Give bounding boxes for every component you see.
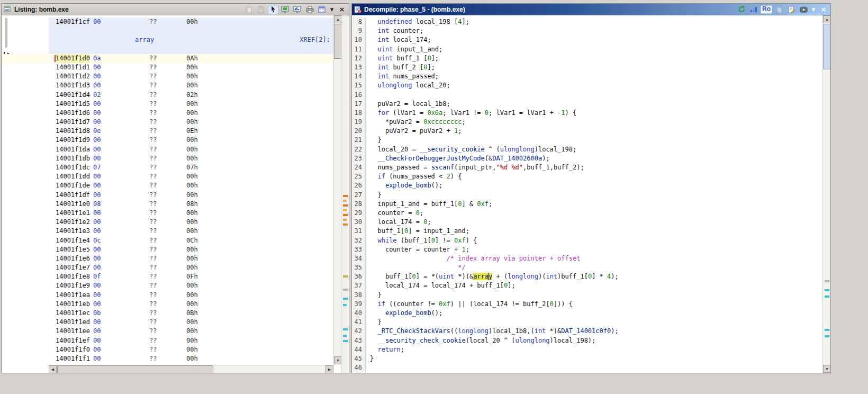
- listing-byte[interactable]: 00: [93, 118, 101, 127]
- listing-address[interactable]: 14001f1e2: [56, 218, 90, 227]
- scroll-down-icon[interactable]: ▼: [334, 356, 342, 364]
- code-token[interactable]: [370, 100, 377, 108]
- code-token[interactable]: counter: [423, 246, 450, 253]
- listing-byte[interactable]: 00: [93, 354, 101, 363]
- listing-address[interactable]: 14001f1e1: [56, 209, 90, 218]
- code-token[interactable]: local_20: [377, 146, 408, 153]
- code-line[interactable]: 41 }: [352, 318, 822, 327]
- code-token[interactable]: [370, 155, 377, 162]
- code-token[interactable]: ] &: [462, 200, 477, 208]
- code-token[interactable]: ;: [466, 227, 469, 235]
- code-token[interactable]: 0: [412, 273, 416, 280]
- listing-row[interactable]: 14001f1e700??00h: [2, 263, 333, 272]
- code-token[interactable]: [370, 246, 385, 253]
- code-line[interactable]: 8 undefined local_198 [4];: [352, 17, 822, 26]
- listing-byte[interactable]: 00: [93, 254, 101, 263]
- code-token[interactable]: buff_1: [431, 200, 454, 208]
- code-token[interactable]: [370, 55, 377, 62]
- code-line[interactable]: 15 ulonglong local_20;: [352, 81, 822, 90]
- bookmark-marker[interactable]: [343, 298, 348, 300]
- code-token[interactable]: ^ (: [500, 337, 516, 344]
- listing-row[interactable]: 14001f1d900??00h: [2, 136, 333, 145]
- code-token[interactable]: [370, 146, 377, 153]
- listing-row[interactable]: 14001f1e200??00h: [2, 218, 333, 227]
- listing-row[interactable]: 14001f1d700??00h: [2, 118, 333, 127]
- listing-spacer-row[interactable]: [2, 26, 333, 35]
- code-token[interactable]: DAT_14001c0f0: [561, 327, 611, 335]
- code-token[interactable]: [370, 255, 447, 262]
- code-token[interactable]: ) {: [565, 109, 577, 117]
- code-token[interactable]: counter: [397, 300, 424, 308]
- cursor-arrow-icon[interactable]: [268, 5, 278, 14]
- code-token[interactable]: ;: [435, 73, 439, 80]
- code-token[interactable]: [: [450, 18, 458, 25]
- code-token[interactable]: counter: [377, 209, 404, 217]
- listing-undefined[interactable]: ??: [149, 318, 157, 327]
- listing-value[interactable]: 00h: [186, 181, 198, 190]
- listing-byte[interactable]: 00: [93, 336, 101, 345]
- code-token[interactable]: [370, 309, 385, 317]
- listing-value[interactable]: 00h: [186, 118, 198, 127]
- listing-row[interactable]: 14001f1e500??00h: [2, 245, 333, 254]
- code-token[interactable]: [370, 300, 377, 308]
- code-token[interactable]: ;: [489, 200, 492, 208]
- listing-row[interactable]: 14001f1ed00??00h: [2, 318, 333, 327]
- code-token[interactable]: ] = *(: [416, 273, 439, 280]
- code-token[interactable]: /* index array via pointer + offset: [447, 255, 581, 262]
- listing-hscrollbar[interactable]: ◀ ▶: [49, 365, 333, 373]
- code-line[interactable]: 11 uint input_1_and;: [352, 45, 822, 54]
- listing-address[interactable]: 14001f1d4: [56, 91, 90, 100]
- code-line[interactable]: 27 }: [352, 191, 822, 200]
- code-line[interactable]: 10 int local_174;: [352, 35, 822, 44]
- listing-value[interactable]: 0Ah: [186, 54, 198, 63]
- listing-byte[interactable]: 00: [93, 227, 101, 236]
- code-line[interactable]: 18 for (lVar1 = 0x6a; lVar1 != 0; lVar1 …: [352, 109, 822, 118]
- code-token[interactable]: =: [420, 164, 431, 171]
- listing-undefined[interactable]: ??: [149, 336, 157, 345]
- code-token[interactable]: local_1b8: [412, 100, 447, 108]
- code-line[interactable]: 25 if (nums_passed < 2) {: [352, 172, 822, 181]
- code-token[interactable]: int: [377, 73, 389, 80]
- code-token[interactable]: [: [546, 300, 549, 308]
- code-token[interactable]: ,: [550, 164, 554, 171]
- code-token[interactable]: );: [542, 155, 549, 162]
- code-token[interactable]: )(: [538, 273, 546, 280]
- code-token[interactable]: nums_passed: [393, 73, 435, 80]
- code-token[interactable]: 0: [550, 300, 554, 308]
- code-token[interactable]: local_198: [538, 146, 573, 153]
- code-token[interactable]: input_ptr: [458, 164, 492, 171]
- code-token[interactable]: buff_1: [397, 55, 420, 62]
- code-token[interactable]: +: [450, 246, 462, 253]
- code-token[interactable]: 0: [485, 109, 489, 117]
- code-line[interactable]: 12 uint buff_1 [8];: [352, 54, 822, 63]
- page-edit-icon[interactable]: [786, 5, 797, 14]
- code-token[interactable]: ;: [462, 118, 465, 126]
- code-token[interactable]: [370, 18, 377, 25]
- listing-undefined[interactable]: ??: [149, 72, 157, 81]
- code-token[interactable]: local_20: [469, 337, 500, 344]
- bookmark-marker[interactable]: [825, 280, 829, 282]
- listing-value[interactable]: 00h: [186, 209, 198, 218]
- listing-row[interactable]: 14001f1e008??08h: [2, 200, 333, 209]
- code-token[interactable]: =: [420, 282, 431, 289]
- listing-byte[interactable]: 00: [93, 72, 101, 81]
- code-token[interactable]: (: [389, 109, 396, 117]
- listing-byte[interactable]: 00: [93, 318, 101, 327]
- code-token[interactable]: [370, 73, 377, 80]
- code-token[interactable]: );: [611, 327, 618, 335]
- code-token[interactable]: ;: [466, 246, 469, 253]
- code-token[interactable]: "%d %d": [496, 164, 523, 171]
- code-token[interactable]: +: [466, 282, 477, 289]
- listing-byte[interactable]: 00: [93, 345, 101, 354]
- listing-undefined[interactable]: ??: [149, 272, 157, 281]
- code-token[interactable]: ulonglong: [500, 146, 535, 153]
- code-token[interactable]: ;: [439, 46, 442, 53]
- bookmark-marker[interactable]: [343, 335, 347, 337]
- listing-value[interactable]: 0Fh: [186, 272, 198, 281]
- listing-row[interactable]: 14001f1e600??00h: [2, 254, 333, 263]
- listing-address[interactable]: 14001f1ea: [56, 291, 90, 300]
- listing-byte[interactable]: 00: [93, 81, 101, 90]
- listing-row[interactable]: 14001f1d300??00h: [2, 81, 333, 90]
- code-line[interactable]: 9 int counter;: [352, 26, 822, 35]
- code-line[interactable]: 39 if ((counter != 0xf) || (local_174 !=…: [352, 300, 822, 309]
